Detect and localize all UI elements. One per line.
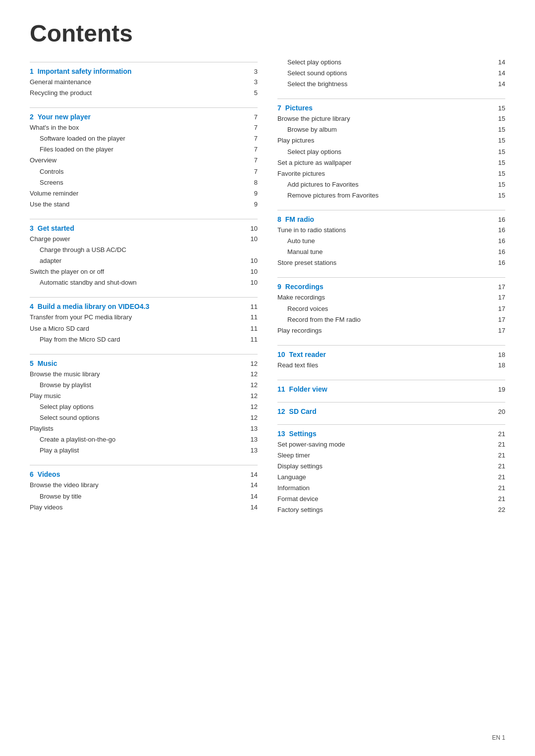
item-page: 10 xyxy=(251,255,258,266)
section-title-l3: Build a media library on VIDEO4.3 xyxy=(38,302,150,310)
section-num-l2: 3 xyxy=(30,224,34,232)
item-page: 10 xyxy=(251,277,258,288)
section-header-l3: 4Build a media library on VIDEO4.311 xyxy=(30,302,258,310)
section-page-r1: 15 xyxy=(498,104,505,112)
item-page: 13 xyxy=(251,423,258,434)
item-page: 17 xyxy=(498,292,505,303)
section-page-r7: 21 xyxy=(498,430,505,438)
list-item: Playlists13 xyxy=(30,423,258,434)
list-item: Create a playlist-on-the-go13 xyxy=(30,434,258,445)
list-item: Play pictures15 xyxy=(277,135,505,146)
item-label: Browse by album xyxy=(277,124,337,135)
item-page: 11 xyxy=(251,312,258,323)
list-item: Use the stand9 xyxy=(30,199,258,210)
item-page: 21 xyxy=(498,483,505,494)
item-page: 7 xyxy=(254,133,258,144)
item-label: Make recordings xyxy=(277,292,325,303)
item-page: 10 xyxy=(251,234,258,245)
list-item: Select play options12 xyxy=(30,402,258,412)
list-item: Make recordings17 xyxy=(277,292,505,303)
section-r1: 7Pictures15Browse the picture library15B… xyxy=(277,99,505,201)
item-label: Browse the picture library xyxy=(277,113,350,124)
item-page: 21 xyxy=(498,461,505,472)
item-page: 15 xyxy=(498,135,505,146)
item-label: Play pictures xyxy=(277,135,314,146)
section-page-r6: 20 xyxy=(498,408,505,415)
item-label: Record voices xyxy=(277,303,328,314)
section-page-l5: 14 xyxy=(251,471,258,478)
list-item: Software loaded on the player7 xyxy=(30,133,258,144)
item-label: Select sound options xyxy=(277,68,347,79)
list-item: Volume reminder9 xyxy=(30,188,258,199)
item-label: What's in the box xyxy=(30,122,79,133)
item-page: 21 xyxy=(498,450,505,461)
item-page: 21 xyxy=(498,472,505,483)
item-label: Tune in to radio stations xyxy=(277,225,346,236)
item-page: 21 xyxy=(498,494,505,504)
item-page: 11 xyxy=(251,334,258,345)
list-item: General maintenance3 xyxy=(30,77,258,88)
section-title-r1: Pictures xyxy=(285,104,313,112)
section-page-r2: 16 xyxy=(498,216,505,223)
list-item: Language21 xyxy=(277,472,505,483)
item-page: 17 xyxy=(498,325,505,336)
section-title-l1: Your new player xyxy=(38,113,91,121)
list-item: Record voices17 xyxy=(277,303,505,314)
item-page: 10 xyxy=(251,266,258,277)
section-header-l1: 2Your new player7 xyxy=(30,113,258,121)
item-label: Play recordings xyxy=(277,325,322,336)
section-title-l5: Videos xyxy=(38,470,60,478)
item-label: Controls xyxy=(30,166,63,177)
item-page: 15 xyxy=(498,113,505,124)
section-r5: 11Folder view19 xyxy=(277,380,505,393)
item-label: Screens xyxy=(30,177,63,188)
item-label: Set a picture as wallpaper xyxy=(277,157,352,168)
section-title-r2: FM radio xyxy=(285,215,314,223)
item-label: Browse the video library xyxy=(30,480,99,491)
item-label: Display settings xyxy=(277,461,322,472)
section-header-r6: 12SD Card20 xyxy=(277,407,505,415)
item-page: 7 xyxy=(254,144,258,155)
item-label: Format device xyxy=(277,494,318,504)
item-page: 22 xyxy=(498,504,505,515)
item-label: Switch the player on or off xyxy=(30,266,104,277)
section-title-l4: Music xyxy=(38,359,57,367)
item-label: Volume reminder xyxy=(30,188,78,199)
section-page-l3: 11 xyxy=(251,303,258,310)
list-item: Browse by album15 xyxy=(277,124,505,135)
item-label: adapter xyxy=(30,255,61,266)
list-item: Play a playlist13 xyxy=(30,445,258,456)
item-page: 15 xyxy=(498,190,505,201)
list-item: Charge through a USB AC/DC xyxy=(30,245,258,255)
item-label: Favorite pictures xyxy=(277,168,325,179)
list-item: Recycling the product5 xyxy=(30,88,258,99)
list-item: Select play options14 xyxy=(277,57,505,68)
footer-page: 1 xyxy=(502,734,505,741)
list-item: Read text files18 xyxy=(277,360,505,371)
item-label: Select sound options xyxy=(30,412,100,423)
item-label: Charge through a USB AC/DC xyxy=(30,245,126,255)
item-label: General maintenance xyxy=(30,77,91,88)
item-label: Files loaded on the player xyxy=(30,144,113,155)
item-label: Information xyxy=(277,483,310,494)
item-page: 11 xyxy=(251,323,258,334)
item-label: Play videos xyxy=(30,502,62,513)
list-item: Browse by title14 xyxy=(30,491,258,502)
item-page: 5 xyxy=(254,88,258,99)
list-item: Record from the FM radio17 xyxy=(277,314,505,325)
section-page-l1: 7 xyxy=(254,113,258,121)
item-label: Play a playlist xyxy=(30,445,79,456)
section-page-l4: 12 xyxy=(251,360,258,367)
section-r7: 13Settings21Set power-saving mode21Sleep… xyxy=(277,424,505,516)
section-num-l5: 6 xyxy=(30,470,34,478)
list-item: Charge power10 xyxy=(30,234,258,245)
section-title-r6: SD Card xyxy=(289,407,317,415)
list-item: Information21 xyxy=(277,483,505,494)
section-page-r3: 17 xyxy=(498,283,505,291)
item-label: Browse by title xyxy=(30,491,82,502)
item-page: 16 xyxy=(498,225,505,236)
section-l2: 3Get started10Charge power10Charge throu… xyxy=(30,219,258,288)
section-header-r4: 10Text reader18 xyxy=(277,351,505,358)
section-num-r7: 13 xyxy=(277,430,285,438)
section-num-r2: 8 xyxy=(277,215,281,223)
